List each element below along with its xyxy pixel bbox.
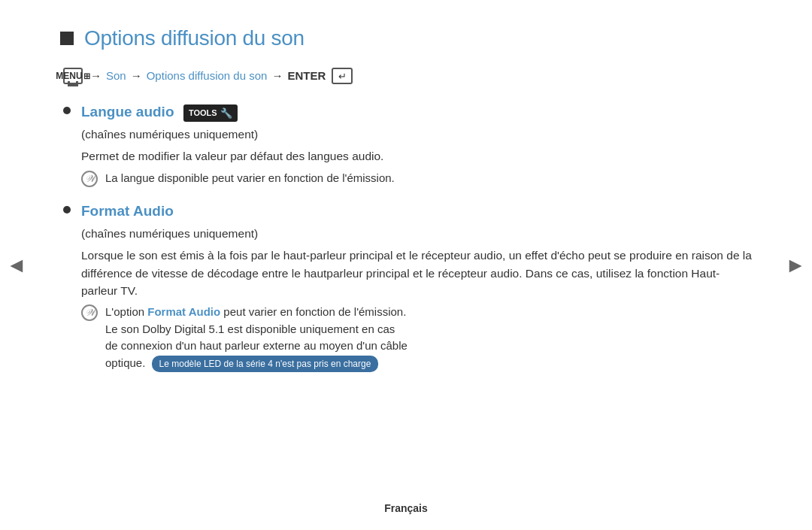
enter-icon: ↵	[332, 68, 353, 84]
format-audio-line2: Lorsque le son est émis à la fois par le…	[81, 247, 752, 299]
arrow-3: →	[271, 68, 283, 85]
note-icon-2: 𝒲	[81, 304, 98, 321]
led-badge: Le modèle LED de la série 4 n'est pas pr…	[152, 356, 379, 372]
format-audio-note-line3: de connexion d'un haut parleur externe a…	[105, 338, 408, 355]
title-square-icon	[60, 32, 74, 45]
langue-audio-note: La langue disponible peut varier en fonc…	[105, 170, 395, 187]
section-langue-audio: Langue audio TOOLS 🔧 (chaînes numériques…	[63, 101, 752, 187]
format-audio-note-line2: Le son Dolby Digital 5.1 est disponible …	[105, 321, 408, 338]
arrow-2: →	[131, 68, 142, 85]
format-audio-note-line1: L'option Format Audio peut varier en fon…	[105, 304, 408, 321]
nav-arrow-left[interactable]: ◄	[6, 250, 27, 281]
content-area: Langue audio TOOLS 🔧 (chaînes numériques…	[63, 101, 752, 372]
langue-audio-note-row: 𝒲 La langue disponible peut varier en fo…	[81, 170, 752, 187]
nav-arrow-right[interactable]: ►	[785, 250, 806, 281]
arrow-1: →	[90, 68, 102, 85]
section-heading-row-1: Langue audio TOOLS 🔧	[63, 101, 752, 123]
format-audio-line1: (chaînes numériques uniquement)	[81, 225, 752, 242]
menu-enter-label: ENTER	[287, 68, 326, 85]
format-audio-note-row: 𝒲 L'option Format Audio peut varier en f…	[81, 304, 752, 372]
menu-path: MENU ⊞ → Son → Options diffusion du son …	[63, 68, 752, 85]
langue-audio-line2: Permet de modifier la valeur par défaut …	[81, 147, 752, 165]
menu-son: Son	[106, 68, 126, 85]
section-heading-row-2: Format Audio	[63, 201, 752, 223]
bullet-2	[63, 206, 71, 214]
menu-icon: MENU ⊞	[63, 68, 83, 84]
page-footer: Français	[0, 501, 812, 516]
page-container: ◄ ► Options diffusion du son MENU ⊞ → So…	[0, 0, 812, 530]
page-title: Options diffusion du son	[84, 23, 304, 54]
langue-audio-line1: (chaînes numériques uniquement)	[81, 126, 752, 143]
bullet-1	[63, 107, 71, 114]
section-format-audio: Format Audio (chaînes numériques uniquem…	[63, 201, 752, 372]
heading-format-audio: Format Audio	[81, 201, 174, 223]
heading-langue-audio: Langue audio	[81, 104, 174, 120]
footer-language: Français	[384, 502, 428, 514]
tools-badge: TOOLS 🔧	[183, 104, 238, 123]
page-title-row: Options diffusion du son	[60, 23, 752, 54]
note-icon-1: 𝒲	[81, 171, 98, 187]
format-audio-note-line4: optique. Le modèle LED de la série 4 n'e…	[105, 355, 408, 372]
format-audio-inline-blue: Format Audio	[147, 305, 220, 318]
menu-options: Options diffusion du son	[147, 68, 268, 85]
